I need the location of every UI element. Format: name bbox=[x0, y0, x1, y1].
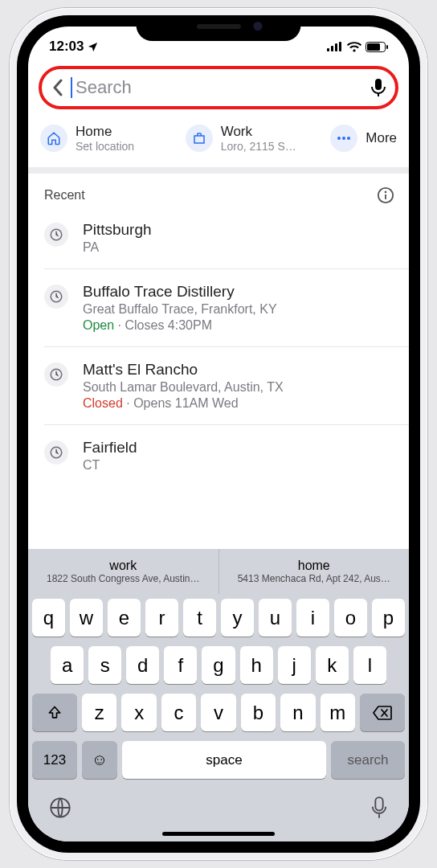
recent-sub: Great Buffalo Trace, Frankfort, KY bbox=[83, 302, 394, 317]
device-bezel: 12:03 Home Set locatio bbox=[17, 15, 420, 853]
dictation-icon[interactable] bbox=[370, 796, 388, 819]
home-icon bbox=[47, 131, 61, 145]
svg-rect-2 bbox=[335, 43, 337, 51]
suggestion-item[interactable]: home 5413 Menchaca Rd, Apt 242, Aus… bbox=[218, 549, 410, 594]
key-b[interactable]: b bbox=[241, 694, 276, 731]
search-bar[interactable] bbox=[39, 66, 398, 109]
key-j[interactable]: j bbox=[278, 646, 311, 684]
work-icon bbox=[192, 131, 206, 145]
search-input[interactable] bbox=[76, 77, 370, 98]
key-p[interactable]: p bbox=[372, 599, 405, 637]
recent-title: Buffalo Trace Distillery bbox=[83, 283, 394, 301]
wifi-icon bbox=[347, 42, 361, 52]
svg-point-8 bbox=[342, 137, 345, 140]
clock-icon bbox=[49, 445, 63, 460]
info-icon[interactable] bbox=[377, 186, 394, 204]
recent-status: Open · Closes 4:30PM bbox=[83, 318, 394, 333]
clock-icon bbox=[49, 289, 63, 304]
key-m[interactable]: m bbox=[321, 694, 355, 731]
key-c[interactable]: c bbox=[161, 694, 196, 731]
chevron-left-icon bbox=[52, 79, 63, 96]
clock-icon bbox=[49, 367, 63, 382]
cell-signal-icon bbox=[327, 42, 343, 51]
location-arrow-icon bbox=[87, 41, 99, 53]
key-t[interactable]: t bbox=[183, 599, 216, 637]
key-f[interactable]: f bbox=[164, 646, 197, 684]
recent-sub: PA bbox=[83, 240, 394, 255]
key-z[interactable]: z bbox=[82, 694, 116, 731]
recent-item[interactable]: Buffalo Trace Distillery Great Buffalo T… bbox=[44, 268, 409, 346]
key-e[interactable]: e bbox=[108, 599, 141, 637]
key-numbers[interactable]: 123 bbox=[32, 741, 77, 779]
key-n[interactable]: n bbox=[280, 694, 315, 731]
shortcut-home[interactable]: Home Set location bbox=[40, 124, 186, 153]
key-s[interactable]: s bbox=[88, 646, 121, 684]
recent-sub: South Lamar Boulevard, Austin, TX bbox=[83, 380, 394, 395]
svg-point-7 bbox=[337, 137, 341, 140]
keyboard-row-3: z x c v b n m bbox=[28, 689, 409, 736]
recent-header: Recent bbox=[28, 174, 409, 207]
svg-rect-6 bbox=[386, 45, 388, 49]
back-button[interactable] bbox=[47, 76, 69, 99]
screen: 12:03 Home Set locatio bbox=[28, 27, 409, 841]
keyboard-row-2: a s d f g h j k l bbox=[28, 641, 409, 689]
notch bbox=[137, 15, 301, 41]
key-u[interactable]: u bbox=[259, 599, 292, 637]
shortcut-more[interactable]: More bbox=[330, 125, 397, 152]
recent-title: Fairfield bbox=[83, 439, 394, 457]
key-l[interactable]: l bbox=[353, 646, 386, 684]
svg-point-9 bbox=[347, 137, 350, 140]
svg-rect-1 bbox=[331, 46, 333, 51]
key-q[interactable]: q bbox=[32, 599, 65, 637]
key-a[interactable]: a bbox=[51, 646, 84, 684]
key-search[interactable]: search bbox=[331, 741, 405, 779]
key-g[interactable]: g bbox=[202, 646, 235, 684]
svg-point-11 bbox=[385, 191, 387, 194]
key-o[interactable]: o bbox=[334, 599, 367, 637]
recent-item[interactable]: Matt's El Rancho South Lamar Boulevard, … bbox=[44, 346, 409, 424]
shortcut-title: Home bbox=[76, 124, 134, 140]
key-k[interactable]: k bbox=[316, 646, 349, 684]
key-y[interactable]: y bbox=[221, 599, 254, 637]
key-h[interactable]: h bbox=[240, 646, 273, 684]
status-time: 12:03 bbox=[49, 39, 84, 55]
home-indicator[interactable] bbox=[162, 832, 275, 836]
backspace-icon bbox=[373, 706, 392, 720]
key-shift[interactable] bbox=[32, 694, 77, 731]
svg-rect-12 bbox=[385, 194, 386, 199]
key-emoji[interactable]: ☺ bbox=[82, 741, 117, 779]
suggestion-item[interactable]: work 1822 South Congress Ave, Austin… bbox=[28, 549, 218, 594]
recent-item[interactable]: Pittsburgh PA bbox=[44, 207, 409, 268]
microphone-icon[interactable] bbox=[371, 78, 386, 97]
shortcut-title: Work bbox=[221, 124, 296, 140]
recent-list: Pittsburgh PA Buffalo Trace Distillery G… bbox=[28, 207, 409, 549]
recent-heading: Recent bbox=[44, 188, 85, 203]
key-w[interactable]: w bbox=[70, 599, 103, 637]
shortcuts-row: Home Set location Work Loro, 2115 S… Mor… bbox=[28, 117, 409, 174]
recent-status: Closed · Opens 11AM Wed bbox=[83, 396, 394, 411]
recent-sub: CT bbox=[83, 458, 394, 473]
svg-rect-0 bbox=[327, 48, 329, 51]
recent-item[interactable]: Fairfield CT bbox=[44, 424, 409, 486]
shortcut-work[interactable]: Work Loro, 2115 S… bbox=[186, 124, 331, 153]
keyboard-row-4: 123 ☺ space search bbox=[28, 736, 409, 784]
battery-icon bbox=[366, 42, 388, 52]
key-v[interactable]: v bbox=[201, 694, 235, 731]
keyboard-suggestions: work 1822 South Congress Ave, Austin… ho… bbox=[28, 549, 409, 594]
globe-icon[interactable] bbox=[49, 796, 71, 819]
shift-icon bbox=[47, 705, 63, 721]
more-icon bbox=[337, 136, 351, 141]
key-d[interactable]: d bbox=[126, 646, 159, 684]
shortcut-sub: Set location bbox=[76, 140, 134, 153]
key-i[interactable]: i bbox=[296, 599, 329, 637]
search-bar-annotation bbox=[28, 62, 409, 117]
shortcut-title: More bbox=[366, 130, 397, 146]
key-r[interactable]: r bbox=[145, 599, 178, 637]
clock-icon bbox=[49, 227, 63, 242]
key-x[interactable]: x bbox=[121, 694, 156, 731]
key-backspace[interactable] bbox=[360, 694, 405, 731]
svg-rect-5 bbox=[367, 43, 380, 51]
recent-title: Matt's El Rancho bbox=[83, 361, 394, 379]
recent-title: Pittsburgh bbox=[83, 221, 394, 239]
key-space[interactable]: space bbox=[122, 741, 326, 779]
